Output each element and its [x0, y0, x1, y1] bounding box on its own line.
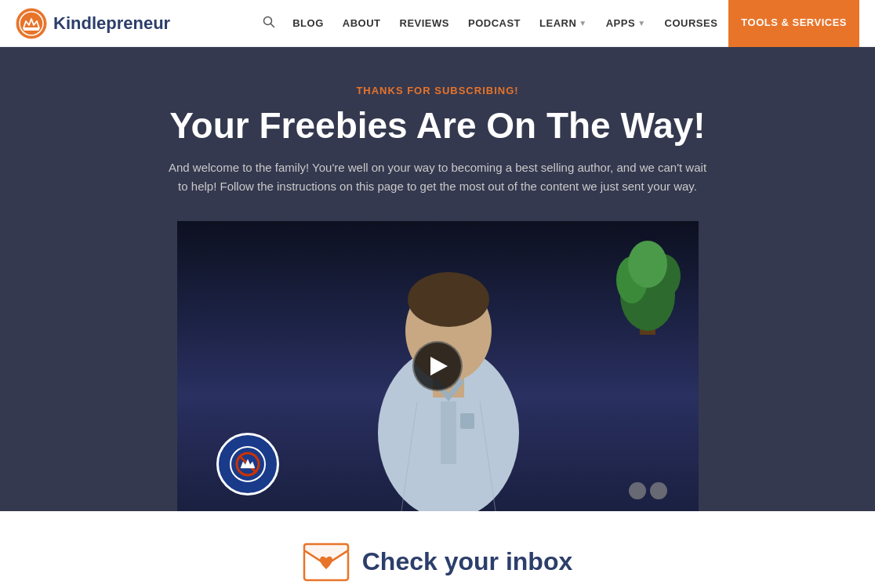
- svg-point-8: [408, 272, 489, 327]
- logo-icon: [16, 8, 47, 39]
- svg-rect-3: [24, 28, 39, 31]
- search-icon: [263, 16, 275, 28]
- nav-blog[interactable]: BLOG: [285, 11, 332, 35]
- logo[interactable]: Kindlepreneur: [16, 8, 170, 39]
- nav-learn[interactable]: LEARN ▼: [532, 11, 595, 35]
- video-plant: [612, 233, 683, 335]
- search-button[interactable]: [256, 9, 281, 38]
- nav-courses[interactable]: COURSES: [657, 11, 726, 35]
- nav-reviews[interactable]: REVIEWS: [392, 11, 457, 35]
- video-sign: [216, 433, 279, 495]
- nav-about[interactable]: ABOUT: [335, 11, 389, 35]
- header: Kindlepreneur BLOG ABOUT REVIEWS PODCAST…: [0, 0, 875, 47]
- hero-section: THANKS FOR SUBSCRIBING! Your Freebies Ar…: [0, 47, 875, 511]
- inbox-text: Check your inbox: [362, 547, 573, 576]
- nav-podcast[interactable]: PODCAST: [460, 11, 528, 35]
- apps-dropdown-arrow: ▼: [637, 19, 645, 27]
- hero-description: And welcome to the family! You're well o…: [163, 158, 712, 196]
- inbox-area: Check your inbox: [16, 543, 859, 582]
- hero-subtitle: THANKS FOR SUBSCRIBING!: [16, 85, 859, 96]
- svg-line-5: [271, 24, 274, 27]
- svg-rect-12: [460, 413, 474, 429]
- logo-text: Kindlepreneur: [53, 13, 170, 34]
- nav-apps[interactable]: APPS ▼: [598, 11, 654, 35]
- inbox-icon: [303, 543, 350, 582]
- tools-services-button[interactable]: TOOLS & SERVICES: [728, 0, 859, 47]
- nav: BLOG ABOUT REVIEWS PODCAST LEARN ▼ APPS …: [256, 0, 859, 47]
- bottom-section: Check your inbox: [0, 511, 875, 588]
- play-button[interactable]: [412, 341, 463, 391]
- svg-point-0: [16, 9, 46, 38]
- svg-point-23: [628, 241, 667, 288]
- video-decorations: [629, 482, 667, 499]
- hero-title: Your Freebies Are On The Way!: [16, 106, 859, 146]
- learn-dropdown-arrow: ▼: [579, 19, 586, 27]
- play-triangle-icon: [430, 357, 448, 376]
- video-player[interactable]: [177, 221, 699, 511]
- svg-rect-11: [441, 401, 456, 464]
